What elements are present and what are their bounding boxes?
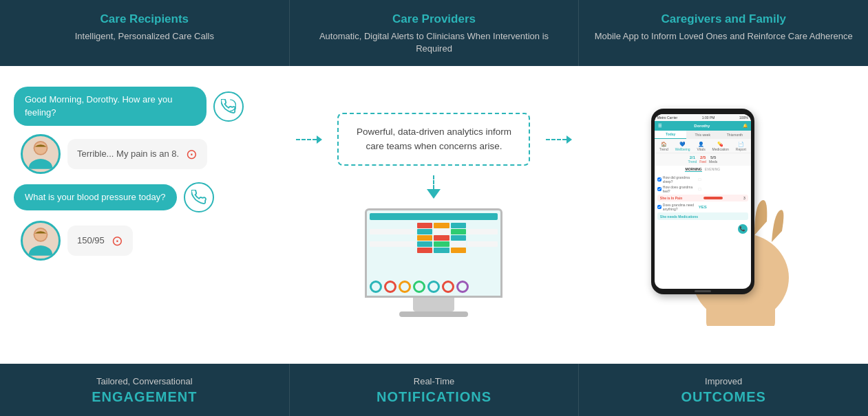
phone-questions: How did grandma sleep? □ How does grandm… <box>655 173 751 222</box>
mini-cell-orange2 <box>417 235 432 241</box>
middle-panel: Powerful, data-driven analytics inform c… <box>289 80 578 350</box>
phone-status-bar: Metro Carrier 1:00 PM 100% <box>655 114 751 121</box>
monitor-base <box>399 311 468 317</box>
pain-label: She is In Pain <box>660 196 683 200</box>
mini-cell-label3 <box>370 235 416 241</box>
mini-cell-teal4 <box>417 241 432 247</box>
phone-nav: ☰ Dorothy 🔔 <box>655 121 751 131</box>
phone-time-toggle: MORNING EVENING <box>655 166 751 173</box>
footer-row: Tailored, Conversational ENGAGEMENT Real… <box>0 364 868 416</box>
phone-q3-check[interactable] <box>657 205 661 209</box>
mini-cell-red3 <box>417 248 432 253</box>
mini-cell-gray2 <box>451 241 466 247</box>
carrier-text: Metro Carrier <box>657 116 677 120</box>
score-2: 2/5Feel <box>699 155 706 164</box>
footer-sub-1: Tailored, Conversational <box>14 376 275 386</box>
phone-icon-report: 📄 Report <box>736 142 746 151</box>
mini-cell-val2 <box>467 229 498 234</box>
call-icon: 📞 <box>739 226 745 232</box>
q1-icon: □ <box>699 177 701 182</box>
mini-cell-val4 <box>467 241 498 247</box>
mini-cell-green2 <box>434 241 449 247</box>
phone-call-btn-row: 📞 <box>655 222 751 236</box>
mini-table-rows <box>370 223 498 277</box>
phone-pain-row: She is In Pain 3 <box>657 195 748 201</box>
phone-icon-meds: 💊 Medication <box>712 142 729 151</box>
phone-device: Metro Carrier 1:00 PM 100% ☰ Dorothy 🔔 <box>651 109 754 294</box>
footer-main-2: NOTIFICATIONS <box>304 389 565 405</box>
phone-q2-label: How does grandma feel? <box>663 185 697 193</box>
analytics-text-box: Powerful, data-driven analytics inform c… <box>337 113 530 166</box>
footer-sub-2: Real-Time <box>304 376 565 386</box>
right-arrow-connector <box>546 135 572 144</box>
mini-cell-label <box>370 223 416 228</box>
donut-1 <box>370 281 382 293</box>
mini-cell-teal5 <box>434 248 449 253</box>
chat-bubble-1: Good Morning, Dorothy. How are you feeli… <box>14 87 207 125</box>
mini-cell-green <box>451 229 466 234</box>
mini-header-bar <box>370 213 498 220</box>
phone-q3-row: Does grandma need anything? YES <box>657 203 748 211</box>
phone-icon-vitals: 👤 Vitals <box>697 142 706 151</box>
pain-bar <box>703 197 723 199</box>
avatar-1 <box>21 134 61 174</box>
score-3: 5/5Meds <box>709 155 717 164</box>
response-bubble-1: Terrible... My pain is an 8. ⊙ <box>67 139 207 169</box>
response-bubble-2: 150/95 ⊙ <box>67 226 133 256</box>
mini-cell-red <box>417 223 432 228</box>
phone-q1-label: How did grandma sleep? <box>663 175 697 184</box>
mini-cell-orange3 <box>451 248 466 253</box>
phone-tab-month[interactable]: Thismonth <box>719 131 751 139</box>
phone-user-name: Dorothy <box>694 124 710 128</box>
header-col-caregivers: Caregivers and Family Mobile App to Info… <box>579 0 868 66</box>
phone-icon-wellness: 💙 Wellbeing <box>675 142 690 151</box>
down-arrow-wrapper <box>427 175 441 199</box>
person-avatar-2 <box>23 221 59 260</box>
alert-icon-2: ⊙ <box>112 232 123 249</box>
svg-point-1 <box>34 142 46 153</box>
phone-icon-2 <box>184 182 214 212</box>
mini-cell-gray <box>434 229 449 234</box>
phone-tabs: Today This week Thismonth <box>655 131 751 139</box>
alert-icon-1: ⊙ <box>186 146 198 162</box>
footer-col-1: Tailored, Conversational ENGAGEMENT <box>0 364 290 416</box>
donut-2 <box>384 281 396 293</box>
header-title-1: Care Recipients <box>14 12 275 26</box>
avatar-2 <box>21 221 61 261</box>
meds-label: She needs Medications <box>660 215 698 219</box>
mini-cell-val5 <box>467 248 498 253</box>
phone-home-button[interactable] <box>695 290 711 292</box>
header-subtitle-2: Automatic, Digital Alerts to Clinicians … <box>304 30 565 55</box>
phone-svg-1 <box>221 99 236 114</box>
mini-cell-red2 <box>434 235 449 241</box>
donut-3 <box>399 281 411 293</box>
mini-cell-teal3 <box>451 235 466 241</box>
evening-label: EVENING <box>705 167 721 172</box>
header-title-3: Caregivers and Family <box>593 12 854 26</box>
donut-4 <box>413 281 425 293</box>
monitor-stand <box>413 298 454 311</box>
arrow-down-icon <box>427 189 441 199</box>
footer-main-3: OUTCOMES <box>593 389 854 405</box>
monitor-screen <box>365 208 502 298</box>
left-arrow-connector <box>296 135 322 144</box>
phone-tab-today[interactable]: Today <box>655 131 687 139</box>
mini-dashboard <box>367 210 500 296</box>
bell-icon: 🔔 <box>743 123 748 128</box>
mini-cell-label4 <box>370 241 416 247</box>
header-col-recipients: Care Recipients Intelligent, Personalize… <box>0 0 290 66</box>
mini-row-2 <box>370 229 498 234</box>
page-wrapper: Care Recipients Intelligent, Personalize… <box>0 0 868 416</box>
phone-q2-check[interactable] <box>657 187 661 191</box>
response-text-1: Terrible... My pain is an 8. <box>77 149 179 159</box>
donut-5 <box>427 281 440 293</box>
content-row: Good Morning, Dorothy. How are you feeli… <box>0 66 868 364</box>
phone-tab-week[interactable]: This week <box>686 131 719 139</box>
menu-icon: ☰ <box>658 123 661 128</box>
morning-label: MORNING <box>685 167 701 172</box>
analytics-text: Powerful, data-driven analytics inform c… <box>357 127 511 151</box>
mini-cell-teal <box>451 223 466 228</box>
dashed-vertical <box>433 175 434 189</box>
phone-q1-check[interactable] <box>657 177 661 182</box>
phone-call-button[interactable]: 📞 <box>738 224 748 234</box>
